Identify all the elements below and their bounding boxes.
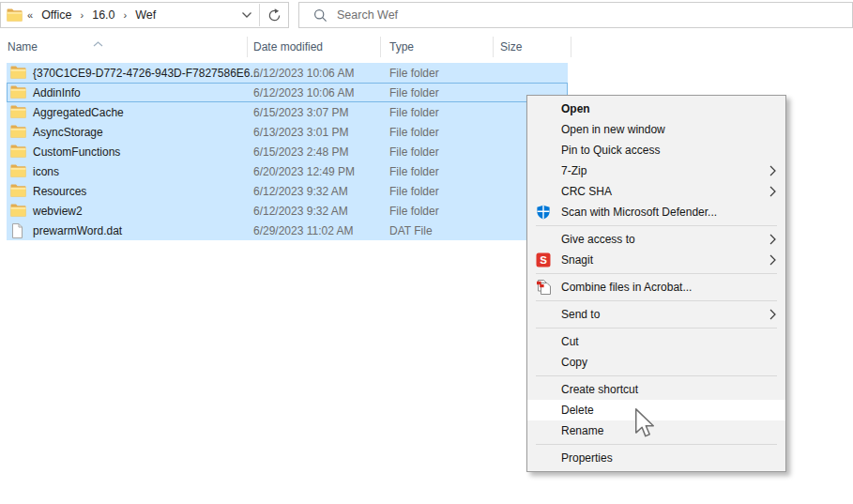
- file-name: AsyncStorage: [33, 126, 103, 139]
- menu-item-label: Scan with Microsoft Defender...: [561, 206, 717, 219]
- menu-item-scan-with-microsoft-defender[interactable]: Scan with Microsoft Defender...: [527, 202, 785, 222]
- breadcrumb-separator-icon[interactable]: ›: [79, 9, 86, 21]
- submenu-chevron-right-icon: [769, 234, 776, 245]
- folder-icon: [10, 184, 26, 197]
- file-type: File folder: [389, 86, 439, 99]
- file-row[interactable]: prewarmWord.dat6/29/2023 11:02 AMDAT Fil…: [7, 221, 568, 240]
- column-resize-handle[interactable]: [571, 37, 571, 57]
- menu-separator: [536, 444, 777, 445]
- file-row[interactable]: icons6/20/2023 12:49 PMFile folder: [7, 161, 568, 181]
- menu-item-send-to[interactable]: Send to: [527, 304, 785, 325]
- file-type: File folder: [389, 165, 439, 178]
- submenu-chevron-right-icon: [769, 186, 776, 197]
- menu-separator: [536, 300, 777, 301]
- menu-item-cut[interactable]: Cut: [527, 331, 785, 352]
- file-row[interactable]: {370C1CE9-D772-4726-943D-F7827586E6...6/…: [7, 63, 568, 83]
- menu-item-crc-sha[interactable]: CRC SHA: [527, 181, 785, 202]
- snagit-icon: S: [536, 252, 552, 267]
- context-menu: OpenOpen in new windowPin to Quick acces…: [526, 95, 786, 472]
- column-resize-handle[interactable]: [247, 37, 248, 57]
- breadcrumb: «Office›16.0›Wef: [25, 8, 162, 22]
- submenu-chevron-right-icon: [769, 309, 776, 320]
- file-row[interactable]: AggregatedCache6/15/2023 3:07 PMFile fol…: [7, 102, 568, 122]
- address-history-chevron-down-icon[interactable]: [235, 11, 259, 19]
- breadcrumb-item[interactable]: 16.0: [85, 8, 121, 22]
- menu-item-7-zip[interactable]: 7-Zip: [527, 160, 785, 181]
- file-date-modified: 6/15/2023 2:48 PM: [253, 145, 348, 159]
- folder-icon: [10, 85, 26, 99]
- file-row[interactable]: CustomFunctions6/15/2023 2:48 PMFile fol…: [7, 142, 568, 161]
- file-row[interactable]: webview26/12/2023 9:32 AMFile folder: [7, 201, 568, 221]
- folder-icon: [10, 125, 26, 138]
- file-name: AggregatedCache: [33, 106, 124, 119]
- folder-icon: [10, 164, 26, 177]
- folder-icon: [10, 105, 26, 118]
- file-name: {370C1CE9-D772-4726-943D-F7827586E6...: [33, 67, 260, 80]
- breadcrumb-item[interactable]: Wef: [129, 8, 162, 22]
- submenu-chevron-right-icon: [769, 165, 776, 176]
- file-name: prewarmWord.dat: [33, 224, 122, 237]
- file-type: File folder: [389, 126, 439, 139]
- file-date-modified: 6/29/2023 11:02 AM: [253, 224, 354, 237]
- column-headers: NameDate modifiedTypeSize: [0, 36, 853, 58]
- refresh-button[interactable]: [260, 8, 288, 23]
- column-header-size[interactable]: Size: [500, 40, 522, 53]
- menu-separator: [536, 375, 777, 376]
- file-type: File folder: [389, 67, 439, 80]
- file-type: File folder: [389, 185, 439, 198]
- column-header-name[interactable]: Name: [8, 40, 38, 53]
- file-date-modified: 6/13/2023 3:01 PM: [253, 126, 348, 139]
- menu-item-delete[interactable]: Delete: [527, 400, 785, 420]
- menu-item-label: Copy: [561, 356, 587, 369]
- column-resize-handle[interactable]: [380, 37, 381, 57]
- menu-item-pin-to-quick-access[interactable]: Pin to Quick access: [527, 140, 785, 160]
- menu-item-snagit[interactable]: SSnagit: [527, 250, 785, 270]
- search-icon: [313, 8, 327, 23]
- search-placeholder: Search Wef: [337, 8, 398, 22]
- menu-item-label: Snagit: [561, 253, 593, 267]
- menu-separator: [536, 328, 777, 328]
- menu-item-label: Create shortcut: [561, 383, 638, 396]
- file-row[interactable]: AddinInfo6/12/2023 10:06 AMFile folder: [7, 83, 568, 102]
- file-row[interactable]: AsyncStorage6/13/2023 3:01 PMFile folder: [7, 122, 568, 142]
- menu-item-create-shortcut[interactable]: Create shortcut: [527, 379, 785, 400]
- menu-item-label: Open in new window: [561, 123, 665, 136]
- column-resize-handle[interactable]: [493, 37, 494, 57]
- menu-item-label: Pin to Quick access: [561, 144, 660, 157]
- menu-item-combine-files-in-acrobat[interactable]: Combine files in Acrobat...: [527, 277, 785, 298]
- menu-item-copy[interactable]: Copy: [527, 352, 785, 373]
- breadcrumb-item[interactable]: Office: [35, 8, 78, 22]
- location-folder-icon[interactable]: [7, 8, 23, 22]
- menu-item-label: Rename: [561, 424, 603, 437]
- menu-separator: [536, 273, 777, 274]
- file-date-modified: 6/12/2023 9:32 AM: [253, 185, 348, 198]
- menu-item-rename[interactable]: Rename: [527, 420, 785, 441]
- search-input[interactable]: Search Wef: [298, 2, 853, 28]
- defender-icon: [536, 205, 552, 220]
- column-header-type[interactable]: Type: [389, 40, 414, 53]
- file-type: DAT File: [389, 224, 433, 237]
- file-name: Resources: [33, 185, 86, 198]
- folder-icon: [10, 204, 26, 217]
- menu-item-label: Cut: [561, 335, 579, 348]
- menu-item-label: Properties: [561, 451, 613, 465]
- breadcrumb-overflow-icon[interactable]: «: [25, 9, 35, 21]
- svg-text:S: S: [540, 254, 547, 266]
- menu-item-open-in-new-window[interactable]: Open in new window: [527, 119, 785, 140]
- file-date-modified: 6/15/2023 3:07 PM: [253, 106, 348, 119]
- menu-item-label: Open: [561, 102, 590, 115]
- menu-item-properties[interactable]: Properties: [527, 448, 785, 468]
- menu-item-open[interactable]: Open: [527, 99, 785, 119]
- address-bar[interactable]: «Office›16.0›Wef: [0, 2, 289, 28]
- acrobat-icon: [536, 280, 552, 295]
- file-name: icons: [33, 165, 59, 178]
- file-date-modified: 6/20/2023 12:49 PM: [253, 165, 355, 178]
- menu-item-give-access-to[interactable]: Give access to: [527, 229, 785, 250]
- breadcrumb-separator-icon[interactable]: ›: [122, 9, 129, 21]
- column-header-date-modified[interactable]: Date modified: [253, 40, 323, 53]
- file-date-modified: 6/12/2023 10:06 AM: [253, 67, 354, 80]
- submenu-chevron-right-icon: [769, 254, 776, 266]
- file-name: CustomFunctions: [33, 145, 120, 159]
- file-type: File folder: [389, 205, 439, 218]
- file-row[interactable]: Resources6/12/2023 9:32 AMFile folder: [7, 181, 568, 201]
